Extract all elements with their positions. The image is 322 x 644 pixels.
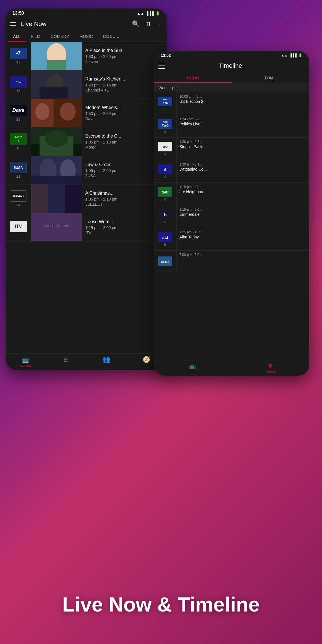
tl-info-s4c: 1:15 pm - 2:0... are Neighbou... — [177, 183, 309, 205]
tl-nav-timeline[interactable]: ⊞ Timeline — [232, 363, 309, 373]
tl-show-ch4: Datganiad Co... — [179, 167, 306, 171]
tl-show-bbc2: Politics Live — [179, 122, 306, 126]
tl-info-ch4: 1:30 pm - 3:1... Datganiad Co... — [177, 160, 309, 182]
show-title-dave: Modern Wheels... — [85, 105, 163, 110]
show-title-ch4plus: Ramsay's Kitchen... — [85, 77, 163, 82]
page-title-section: Live Now & Timeline — [0, 593, 322, 616]
channel-item-ch4plus[interactable]: 4+1 15 Ramsay's Kitchen... 1:20 pm - 2:1… — [6, 70, 167, 99]
svg-text:4+1: 4+1 — [16, 80, 21, 83]
channel-num-ch4plus: 15 — [16, 89, 20, 93]
wifi-icon: ▲▲ — [137, 11, 144, 16]
tl-num-bbc1: 1 — [164, 107, 166, 111]
phone-timeline: 13:52 ▲▲ ▐▐▐ 🔋 Timeline TODAY TOM... Wed… — [154, 51, 309, 376]
tl-info-alba: 7:00 pm - 6:0... ... — [177, 251, 309, 273]
tl-channel-row-bbc1[interactable]: BBC one 1 10:00 am - 2:... US Election 2… — [154, 92, 309, 115]
top-bar-title: Live Now — [21, 20, 46, 28]
show-title-5select: A Christmas... — [85, 191, 163, 196]
channel-logo-4seven: 47 — [10, 48, 27, 59]
show-title-more4: Escape to the C... — [85, 134, 163, 139]
tl-tab-today[interactable]: TODAY — [154, 73, 232, 83]
channel-thumb-5usa — [31, 156, 82, 184]
tl-num-bbc2: 2 — [164, 130, 166, 133]
tl-ch-logo-bbc1: BBC one 1 — [154, 92, 177, 115]
channel-item-itv[interactable]: ITV Loose Women Loose Wom... 1:15 pm - 2… — [6, 213, 167, 242]
tab-music[interactable]: MUSIC — [74, 31, 98, 42]
nav-social[interactable]: 👥 — [86, 356, 127, 368]
svg-text:itv: itv — [163, 145, 167, 149]
show-title-4seven: A Place in the Sun — [85, 48, 163, 53]
channel-logo-5select: 5SELECT — [10, 190, 27, 202]
channel-thumb-more4 — [31, 127, 82, 156]
tl-logo-alba: ALBA — [158, 256, 172, 266]
tl-time-itv: 1:30 pm - 2:3... — [179, 140, 306, 144]
phone-notch — [75, 8, 97, 14]
tl-time-bbc1: 10:00 am - 2:... — [179, 95, 306, 99]
channel-logo-area-itv: ITV — [6, 219, 31, 236]
tl-tab-tomorrow[interactable]: TOM... — [232, 73, 309, 83]
tab-documentary[interactable]: DOCU... — [98, 31, 124, 42]
channel-list: 47 47 A Place in the Sun 1:30 pm - 2:30 … — [6, 42, 167, 347]
tab-all[interactable]: ALL — [8, 31, 26, 42]
tl-status-bar: 13:52 ▲▲ ▐▐▐ 🔋 — [154, 51, 309, 60]
tl-info-bbc2: 12:45 pm - 2:... Politics Live — [177, 115, 309, 137]
nav-guide[interactable]: ⊞ — [46, 356, 86, 368]
svg-point-13 — [60, 103, 76, 121]
tl-nav-live[interactable]: 📺 — [154, 363, 232, 373]
channel-logo-area-5select: 5SELECT 54 — [6, 188, 31, 209]
tl-info-bbc1: 10:00 am - 2:... US Election 2... — [177, 92, 309, 115]
tl-ch-logo-ch4: 4 4 — [154, 160, 177, 182]
status-icons: ▲▲ ▐▐▐ 🔋 — [137, 11, 160, 16]
svg-point-17 — [45, 130, 68, 147]
tl-channel-row-s4c[interactable]: S4C 4 1:15 pm - 2:0... are Neighbou... — [154, 183, 309, 205]
tab-comedy[interactable]: COMEDY — [45, 31, 74, 42]
svg-rect-2 — [47, 60, 66, 70]
channel-item-dave[interactable]: Dave 19 Modern Wheels... 1:30 pm - 2:00 … — [6, 99, 167, 127]
channel-name-5select: 5SELECT — [85, 202, 163, 206]
channel-logo-area-dave: Dave 19 — [6, 103, 31, 124]
channel-logo-more4: .More4 — [10, 133, 27, 145]
tl-logo-itv: itv — [158, 142, 172, 151]
hamburger-menu[interactable] — [10, 22, 16, 26]
search-icon[interactable]: 🔍 — [132, 20, 140, 28]
channel-name-dave: Dave — [85, 116, 163, 121]
tl-hamburger-line-2 — [158, 66, 165, 66]
show-time-5usa: 1:05 pm - 2:00 pm — [85, 168, 163, 173]
tab-film[interactable]: FILM — [26, 31, 45, 42]
tl-time-bbc2: 12:45 pm - 2:... — [179, 117, 306, 121]
tl-channel-row-itv[interactable]: itv 3 1:30 pm - 2:3... Steph's Pack... — [154, 138, 309, 160]
hamburger-line-1 — [10, 22, 16, 23]
channel-num-more4: 18 — [16, 146, 20, 150]
tl-ch-logo-itv: itv 3 — [154, 138, 177, 160]
tl-time-ch4: 1:30 pm - 3:1... — [179, 162, 306, 166]
more-options-icon[interactable]: ⋮ — [156, 20, 162, 28]
show-time-ch4plus: 1:20 pm - 2:15 pm — [85, 83, 163, 87]
tl-top-bar: Timeline — [154, 60, 309, 73]
tl-channel-row-alba[interactable]: ALBA 7:00 pm - 6:0... ... — [154, 251, 309, 273]
tl-channel-row-ch5[interactable]: 5 5 1:15 pm - 2:0... Emmerdale — [154, 205, 309, 228]
tl-time-itv2: 1:25 pm - 1:55... — [179, 230, 306, 234]
hamburger-line-3 — [10, 25, 16, 26]
channel-thumb-dave — [31, 99, 82, 127]
tl-channel-row-bbc2[interactable]: BBC TWO 2 12:45 pm - 2:... Politics Live — [154, 115, 309, 138]
signal-icon: ▐▐▐ — [146, 11, 154, 16]
channel-logo-itv: ITV — [10, 221, 27, 232]
guide-nav-icon: ⊞ — [64, 356, 69, 363]
tl-logo-s4c: S4C — [158, 187, 172, 197]
nav-live-now[interactable]: 📺 Live Now — [6, 356, 46, 368]
tl-num-itv2: 6 — [164, 243, 166, 246]
channel-logo-area-ch4plus: 4+1 15 — [6, 74, 31, 95]
tl-info-itv: 1:30 pm - 2:3... Steph's Pack... — [177, 138, 309, 160]
channel-item-more4[interactable]: .More4 18 Escape to the C... 1:05 pm - 2… — [6, 127, 167, 156]
tl-channel-row-itv2[interactable]: itv2 6 1:25 pm - 1:55... Alba Today — [154, 228, 309, 251]
add-watchlist-icon[interactable]: ⊞ — [145, 20, 150, 28]
tl-num-s4c: 4 — [164, 198, 166, 201]
channel-item-5usa[interactable]: 5USA 21 Law & Order 1:05 pm - 2:00 pm 5U… — [6, 156, 167, 184]
discover-nav-icon: 🧭 — [143, 356, 150, 363]
channel-logo-area-more4: .More4 18 — [6, 131, 31, 152]
channel-item-5select[interactable]: 5SELECT 54 A Christmas... 1:05 pm - 2:10… — [6, 184, 167, 213]
tl-hamburger-menu[interactable] — [158, 63, 165, 69]
tl-channel-row-ch4[interactable]: 4 4 1:30 pm - 3:1... Datganiad Co... — [154, 160, 309, 183]
svg-rect-27 — [48, 184, 65, 213]
channel-item-4seven[interactable]: 47 47 A Place in the Sun 1:30 pm - 2:30 … — [6, 42, 167, 70]
svg-text:Loose Women: Loose Women — [44, 223, 69, 228]
